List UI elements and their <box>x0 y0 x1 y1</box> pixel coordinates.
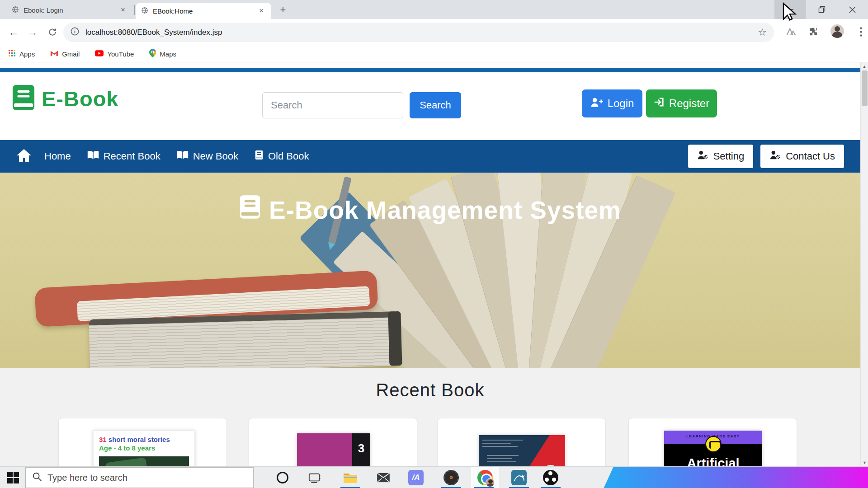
maps-pin-icon <box>149 49 156 59</box>
book-card[interactable]: 3 <box>249 418 417 466</box>
book-cover-programming: 6e <box>479 435 565 466</box>
site-logo[interactable]: E-Book <box>12 84 119 113</box>
setting-button[interactable]: Setting <box>688 145 754 168</box>
browser-tab-bar: Ebook: Login × EBook:Home × + <box>0 0 868 19</box>
nav-old-book[interactable]: Old Book <box>255 150 309 163</box>
extension-mountain-icon[interactable] <box>784 24 798 39</box>
cortana-icon <box>277 472 288 483</box>
bookmarks-bar: Apps Gmail YouTube Maps <box>0 46 868 62</box>
bookmark-label: Maps <box>160 50 176 58</box>
book-cover-moral-stories: 31 short moral stories Age - 4 to 8 year… <box>93 431 195 466</box>
cortana-button[interactable] <box>270 467 295 488</box>
bookmark-star-icon[interactable]: ☆ <box>758 27 767 38</box>
taskbar-search-input[interactable] <box>47 473 228 483</box>
closed-book-icon <box>255 150 264 163</box>
page-top-strip <box>0 62 860 68</box>
dummies-face-icon <box>705 436 722 452</box>
edition-strip: 3 <box>352 433 370 466</box>
site-info-icon[interactable] <box>71 27 79 38</box>
nav-right-buttons: Setting Contact Us <box>688 145 844 168</box>
search-input[interactable] <box>262 92 403 118</box>
cover-title: Artificial <box>664 456 762 466</box>
open-book-icon <box>87 150 99 162</box>
globe-favicon <box>141 7 148 15</box>
scroll-down-arrow[interactable]: ▼ <box>861 459 868 466</box>
book-card[interactable]: 31 short moral stories Age - 4 to 8 year… <box>58 418 227 466</box>
cover-title-number: 31 <box>99 436 107 443</box>
book-cover-illustration <box>99 456 189 467</box>
tab-ebook-home[interactable]: EBook:Home × <box>136 3 271 19</box>
mysql-workbench-button[interactable] <box>506 467 532 488</box>
magnifier-icon <box>32 472 42 483</box>
contact-us-button[interactable]: Contact Us <box>760 145 844 168</box>
contact-us-label: Contact Us <box>786 150 835 162</box>
search-button[interactable]: Search <box>410 92 461 118</box>
nav-label: Old Book <box>268 150 309 162</box>
reload-button[interactable] <box>43 23 61 41</box>
mail-button[interactable] <box>371 467 396 488</box>
nav-label: Recent Book <box>104 150 160 162</box>
person-gear-icon <box>697 150 709 163</box>
register-button[interactable]: Register <box>646 89 717 117</box>
page-scrollbar[interactable]: ▲ ▼ <box>860 62 868 466</box>
chrome-icon <box>477 470 493 485</box>
scrollbar-thumb[interactable] <box>862 70 868 106</box>
tab-close-icon[interactable]: × <box>118 5 127 14</box>
mail-icon <box>377 472 390 483</box>
profile-avatar[interactable] <box>830 24 844 38</box>
site-header: E-Book Search Login Register <box>0 72 860 140</box>
extensions-puzzle-icon[interactable] <box>807 24 821 39</box>
chrome-menu-icon[interactable] <box>854 24 868 39</box>
slash-a-app-button[interactable]: /A <box>403 467 429 488</box>
bookmark-gmail[interactable]: Gmail <box>50 50 80 58</box>
book-card[interactable]: 6e <box>437 418 606 466</box>
mysql-dolphin-icon <box>511 470 527 485</box>
windows-start-button[interactable] <box>7 472 19 485</box>
obs-studio-button[interactable] <box>538 467 563 488</box>
code-line <box>487 458 512 459</box>
chrome-taskbar-button[interactable] <box>471 467 499 488</box>
bookmark-maps[interactable]: Maps <box>149 49 176 59</box>
book-logo-icon <box>12 84 35 113</box>
code-line <box>487 455 519 456</box>
nav-home[interactable]: Home <box>44 150 71 162</box>
edition-number: 3 <box>352 441 370 455</box>
home-icon[interactable] <box>16 149 32 164</box>
url-text: localhost:8080/EBook_System/index.jsp <box>85 28 758 37</box>
logo-text: E-Book <box>42 86 119 111</box>
scroll-up-arrow[interactable]: ▲ <box>861 62 868 70</box>
forward-button[interactable]: → <box>24 23 42 41</box>
code-line <box>482 446 518 447</box>
nav-recent-book[interactable]: Recent Book <box>87 150 160 162</box>
box-arrow-in-icon <box>654 97 665 110</box>
gear-app-button[interactable]: ⚙ <box>439 467 464 488</box>
nav-new-book[interactable]: New Book <box>177 150 238 162</box>
page-top-blue-bar <box>0 68 860 72</box>
setting-label: Setting <box>713 150 745 162</box>
hero-banner: E-Book Management System <box>0 173 860 368</box>
avatar-photo <box>830 24 844 38</box>
tab-close-icon[interactable]: × <box>257 6 266 15</box>
bookmark-apps[interactable]: Apps <box>8 49 35 58</box>
code-line <box>487 461 516 462</box>
recent-book-section: Recent Book 31 short moral stories Age -… <box>0 368 860 466</box>
task-view-button[interactable] <box>302 467 327 488</box>
tab-ebook-login[interactable]: Ebook: Login × <box>6 3 133 17</box>
nav-label: Home <box>44 150 71 162</box>
address-bar[interactable]: localhost:8080/EBook_System/index.jsp ☆ <box>63 23 774 42</box>
window-close-button[interactable] <box>836 0 868 19</box>
chrome-profile-badge <box>486 478 495 487</box>
book-cover-title: 31 short moral stories <box>99 436 189 444</box>
login-button[interactable]: Login <box>582 89 642 117</box>
taskbar-search-box[interactable] <box>25 467 254 488</box>
hero-book-icon <box>239 194 261 225</box>
back-button[interactable]: ← <box>5 23 23 41</box>
main-navigation: Home Recent Book New Book Old Book Setti… <box>0 140 860 173</box>
person-plus-icon <box>590 97 603 110</box>
new-tab-button[interactable]: + <box>277 4 289 16</box>
window-restore-button[interactable] <box>806 0 838 19</box>
file-explorer-button[interactable] <box>338 467 363 488</box>
bookmark-youtube[interactable]: YouTube <box>95 50 134 58</box>
bookmark-label: YouTube <box>107 50 134 58</box>
book-card[interactable]: LEARNING MADE EASY Artificial <box>628 418 797 466</box>
